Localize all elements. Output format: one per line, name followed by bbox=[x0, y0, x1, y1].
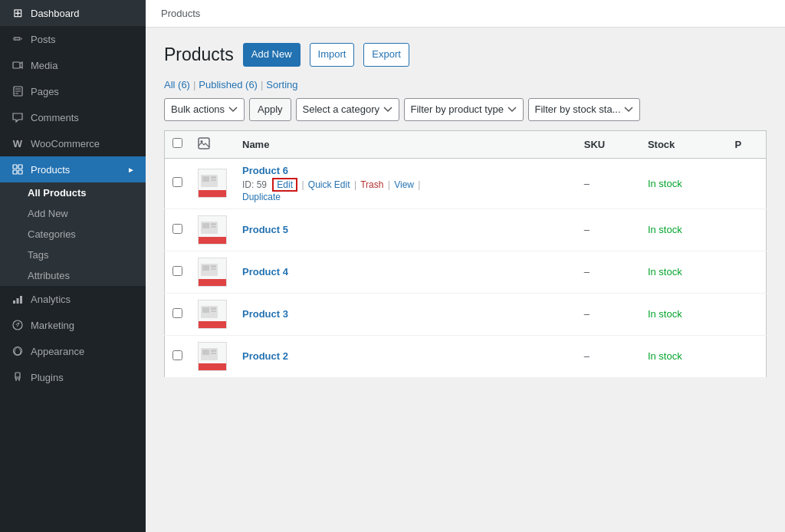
sidebar-item-analytics[interactable]: Analytics bbox=[0, 286, 146, 312]
price-cell bbox=[727, 158, 766, 209]
svg-rect-38 bbox=[211, 307, 216, 310]
row-checkbox[interactable] bbox=[172, 177, 182, 187]
sidebar-item-appearance[interactable]: Appearance bbox=[0, 338, 146, 364]
products-icon bbox=[11, 163, 25, 176]
product-name-link[interactable]: Product 2 bbox=[242, 350, 569, 362]
quick-edit-link[interactable]: Quick Edit bbox=[308, 179, 350, 190]
svg-rect-27 bbox=[211, 226, 216, 228]
bulk-actions-select[interactable]: Bulk actions bbox=[164, 98, 245, 121]
name-cell: Product 2 bbox=[235, 335, 576, 377]
page-title-row: Products Add New Import Export bbox=[164, 43, 767, 67]
view-link-published[interactable]: Published (6) bbox=[199, 79, 258, 90]
row-checkbox-cell bbox=[165, 209, 191, 251]
sidebar-item-plugins[interactable]: Plugins bbox=[0, 364, 146, 390]
row-checkbox[interactable] bbox=[172, 266, 182, 276]
stock-header[interactable]: Stock bbox=[640, 130, 728, 158]
table-row: Product 4 – In stock bbox=[165, 251, 767, 293]
submenu-add-new[interactable]: Add New bbox=[0, 203, 146, 224]
sidebar-item-comments[interactable]: Comments bbox=[0, 104, 146, 130]
table-row: Product 3 – In stock bbox=[165, 293, 767, 335]
thumb-cell bbox=[190, 335, 235, 377]
svg-rect-22 bbox=[198, 190, 227, 198]
edit-link[interactable]: Edit bbox=[272, 178, 297, 192]
row-checkbox[interactable] bbox=[172, 224, 182, 234]
dashboard-icon: ⊞ bbox=[11, 6, 25, 20]
stock-status: In stock bbox=[648, 224, 682, 235]
sidebar-item-media[interactable]: Media bbox=[0, 52, 146, 78]
row-actions: ID: 59 Edit | Quick Edit | Trash | View … bbox=[242, 178, 569, 202]
woocommerce-icon: W bbox=[11, 136, 25, 150]
sidebar-item-products[interactable]: Products ► bbox=[0, 156, 146, 182]
product-name-link[interactable]: Product 5 bbox=[242, 224, 569, 235]
svg-rect-31 bbox=[202, 265, 209, 271]
table-row: Product 5 – In stock bbox=[165, 209, 767, 251]
sidebar-item-dashboard[interactable]: ⊞ Dashboard bbox=[0, 0, 146, 26]
submenu-categories[interactable]: Categories bbox=[0, 224, 146, 245]
name-cell: Product 6 ID: 59 Edit | Quick Edit | Tra… bbox=[235, 158, 576, 209]
svg-rect-44 bbox=[211, 350, 216, 352]
submenu-all-products[interactable]: All Products bbox=[0, 182, 146, 203]
products-submenu: All Products Add New Categories Tags Att… bbox=[0, 182, 146, 286]
stock-status: In stock bbox=[648, 178, 682, 189]
duplicate-link[interactable]: Duplicate bbox=[242, 192, 281, 202]
posts-icon: ✏ bbox=[11, 32, 25, 46]
products-table: Name SKU Stock P bbox=[164, 130, 767, 378]
plugins-icon bbox=[11, 370, 25, 384]
name-cell: Product 4 bbox=[235, 251, 576, 293]
sidebar-item-woocommerce[interactable]: W WooCommerce bbox=[0, 130, 146, 156]
sku-cell: – bbox=[576, 158, 640, 209]
svg-point-12 bbox=[13, 320, 22, 330]
stock-filter-select[interactable]: Filter by stock sta... bbox=[528, 98, 640, 121]
import-button[interactable]: Import bbox=[310, 43, 355, 67]
stock-status: In stock bbox=[648, 308, 682, 320]
stock-cell: In stock bbox=[640, 209, 728, 251]
svg-rect-14 bbox=[15, 373, 20, 379]
view-link-sorting[interactable]: Sorting bbox=[266, 79, 297, 90]
svg-rect-15 bbox=[199, 138, 209, 149]
select-all-checkbox[interactable] bbox=[172, 138, 182, 148]
sku-header[interactable]: SKU bbox=[576, 130, 640, 158]
svg-rect-0 bbox=[13, 62, 20, 68]
sidebar: ⊞ Dashboard ✏ Posts Media Pages Comments… bbox=[0, 0, 146, 532]
row-checkbox-cell bbox=[165, 293, 191, 335]
product-name-link[interactable]: Product 3 bbox=[242, 308, 569, 320]
svg-rect-28 bbox=[198, 237, 227, 245]
view-link[interactable]: View bbox=[394, 179, 414, 190]
product-thumbnail bbox=[198, 215, 227, 245]
thumb-cell bbox=[190, 209, 235, 251]
row-checkbox[interactable] bbox=[172, 308, 182, 318]
product-type-select[interactable]: Filter by product type bbox=[404, 98, 524, 121]
export-button[interactable]: Export bbox=[363, 43, 409, 67]
product-name-link[interactable]: Product 6 bbox=[242, 165, 569, 176]
trash-link[interactable]: Trash bbox=[360, 179, 383, 190]
media-icon bbox=[11, 58, 25, 72]
filter-bar: Bulk actions Apply Select a category Fil… bbox=[164, 98, 767, 121]
view-link-all[interactable]: All (6) bbox=[164, 79, 190, 90]
product-name-link[interactable]: Product 4 bbox=[242, 266, 569, 277]
pages-icon bbox=[11, 84, 25, 98]
table-row: Product 2 – In stock bbox=[165, 335, 767, 377]
row-checkbox[interactable] bbox=[172, 350, 182, 360]
name-header[interactable]: Name bbox=[235, 130, 576, 158]
sidebar-item-pages[interactable]: Pages bbox=[0, 78, 146, 104]
analytics-icon bbox=[11, 292, 25, 306]
apply-button[interactable]: Apply bbox=[249, 98, 291, 121]
svg-rect-46 bbox=[198, 363, 227, 371]
svg-rect-9 bbox=[13, 300, 15, 304]
category-select[interactable]: Select a category bbox=[296, 98, 399, 121]
name-cell: Product 5 bbox=[235, 209, 576, 251]
price-cell bbox=[727, 293, 766, 335]
add-new-button[interactable]: Add New bbox=[243, 43, 301, 67]
svg-rect-32 bbox=[211, 265, 216, 268]
name-cell: Product 3 bbox=[235, 293, 576, 335]
row-checkbox-cell bbox=[165, 251, 191, 293]
sidebar-item-marketing[interactable]: Marketing bbox=[0, 312, 146, 338]
svg-rect-25 bbox=[202, 223, 209, 228]
topbar-breadcrumb: Products bbox=[161, 8, 200, 19]
main-area: Products Products Add New Import Export … bbox=[146, 0, 785, 532]
submenu-attributes[interactable]: Attributes bbox=[0, 265, 146, 286]
price-header[interactable]: P bbox=[727, 130, 766, 158]
sidebar-item-posts[interactable]: ✏ Posts bbox=[0, 26, 146, 52]
price-cell bbox=[727, 209, 766, 251]
submenu-tags[interactable]: Tags bbox=[0, 245, 146, 265]
